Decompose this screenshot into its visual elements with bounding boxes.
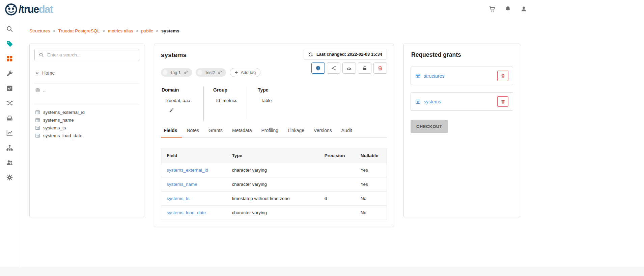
table-icon	[415, 73, 421, 79]
structure-field-item[interactable]: systems_ts	[34, 124, 139, 132]
sidebar-nav	[0, 19, 19, 267]
breadcrumb-current: systems	[161, 28, 179, 33]
field-nullable: No	[355, 192, 387, 206]
main-content: Structures>Truedat PostgreSQL>metrics al…	[19, 19, 644, 267]
tab-metadata[interactable]: Metadata	[227, 128, 256, 137]
action-buttons	[311, 62, 387, 74]
structure-field-item[interactable]: systems_external_id	[34, 108, 139, 116]
gear-icon	[6, 174, 13, 181]
column-header: Type	[227, 148, 319, 163]
field-link[interactable]: systems_name	[167, 182, 197, 187]
lock-button[interactable]	[358, 62, 371, 74]
delete-button[interactable]	[373, 62, 387, 74]
structure-search-box[interactable]	[34, 49, 139, 61]
meta-group: Group td_metrics	[203, 86, 248, 121]
table-row: systems_namecharacter varyingYes	[161, 177, 387, 192]
sidebar-item-admin[interactable]	[6, 70, 13, 78]
tab-grants[interactable]: Grants	[204, 128, 227, 137]
field-precision	[319, 163, 355, 177]
checkout-button[interactable]: CHECKOUT	[411, 120, 448, 133]
breadcrumb-separator: >	[53, 28, 56, 33]
grant-card: systems	[411, 92, 513, 111]
field-precision	[319, 206, 355, 220]
structure-field-item[interactable]: systems_load_date	[34, 132, 139, 140]
database-icon	[35, 88, 40, 93]
divider	[34, 104, 139, 104]
tag-chip[interactable]: Tag 1	[161, 68, 192, 77]
field-name: systems_external_id	[43, 110, 85, 115]
user-icon	[521, 6, 527, 12]
last-changed-chip[interactable]: Last changed: 2022-02-03 15:34	[304, 49, 387, 60]
field-precision	[319, 177, 355, 192]
add-tag-button[interactable]: Add tag	[230, 68, 260, 77]
parent-structure-link[interactable]: ..	[34, 83, 139, 97]
sidebar-item-search[interactable]	[6, 25, 13, 34]
fields-table-head-row: FieldTypePrecisionNullable	[161, 148, 387, 163]
search-icon	[39, 52, 44, 57]
type-value: Table	[258, 98, 272, 103]
field-link[interactable]: systems_ts	[167, 196, 190, 201]
sidebar-item-tags[interactable]	[6, 40, 13, 49]
breadcrumb-link[interactable]: public	[141, 28, 153, 33]
sidebar-item-users[interactable]	[6, 159, 13, 168]
edit-domain-icon[interactable]	[169, 108, 174, 113]
trash-icon	[377, 66, 383, 71]
chart-icon	[6, 129, 13, 136]
sidebar-item-taxonomy[interactable]	[6, 144, 13, 153]
sidebar-item-settings[interactable]	[6, 174, 13, 182]
tag-chip[interactable]: Test2	[196, 68, 226, 77]
gauge-icon	[346, 66, 352, 71]
field-precision: 6	[319, 192, 355, 206]
search-icon	[6, 25, 13, 32]
breadcrumb-link[interactable]: Truedat PostgreSQL	[58, 28, 100, 33]
truedat-logo[interactable]: /truedat	[5, 3, 53, 16]
topbar-icons	[489, 6, 527, 14]
domain-label: Domain	[162, 87, 194, 93]
tab-audit[interactable]: Audit	[337, 128, 357, 137]
fields-table-body: systems_external_idcharacter varyingYess…	[161, 163, 387, 220]
protection-button[interactable]	[311, 62, 325, 74]
column-header: Precision	[319, 148, 355, 163]
sidebar-item-dashboards[interactable]	[6, 129, 13, 138]
grant-link[interactable]: structures	[415, 73, 444, 79]
delete-grant-button[interactable]	[497, 71, 508, 81]
logo-text-true: /true	[19, 3, 39, 16]
quality-button[interactable]	[342, 62, 356, 74]
sidebar-item-structures[interactable]	[6, 55, 13, 64]
tab-notes[interactable]: Notes	[182, 128, 204, 137]
share-button[interactable]	[327, 62, 340, 74]
breadcrumb: Structures>Truedat PostgreSQL>metrics al…	[29, 28, 644, 33]
field-nullable: Yes	[355, 163, 387, 177]
tab-fields[interactable]: Fields	[161, 128, 182, 137]
sidebar-item-lineage[interactable]	[6, 100, 13, 108]
add-tag-label: Add tag	[241, 70, 256, 75]
tab-versions[interactable]: Versions	[309, 128, 337, 137]
user-button[interactable]	[521, 6, 527, 14]
table-row: systems_tstimestamp without time zone6No	[161, 192, 387, 206]
cart-button[interactable]	[489, 6, 495, 14]
structure-detail-panel: systems Tag 1Test2 Add tag Last c	[154, 44, 394, 227]
tab-profiling[interactable]: Profiling	[256, 128, 283, 137]
grant-label: structures	[424, 73, 444, 79]
domain-value: Truedat, aaa	[162, 98, 194, 103]
field-type: character varying	[227, 177, 319, 192]
delete-grant-button[interactable]	[497, 96, 508, 107]
structure-search-input[interactable]	[47, 52, 135, 57]
bell-button[interactable]	[505, 6, 511, 14]
field-link[interactable]: systems_external_id	[167, 168, 208, 173]
tag-remove-icon[interactable]	[197, 70, 202, 75]
sidebar-item-sources[interactable]	[6, 115, 13, 123]
sidebar-item-rules[interactable]	[6, 85, 13, 93]
tag-remove-icon[interactable]	[163, 70, 168, 75]
breadcrumb-link[interactable]: metrics alias	[108, 28, 133, 33]
field-name: systems_load_date	[43, 133, 82, 138]
field-link[interactable]: systems_load_date	[167, 210, 206, 215]
grant-link[interactable]: systems	[415, 99, 441, 104]
tab-linkage[interactable]: Linkage	[283, 128, 309, 137]
shield-icon	[315, 66, 321, 71]
structure-title: systems	[161, 51, 260, 59]
home-link[interactable]: « Home	[36, 70, 139, 76]
structure-field-item[interactable]: systems_name	[34, 116, 139, 124]
breadcrumb-link[interactable]: Structures	[29, 28, 50, 33]
drive-icon	[6, 115, 13, 122]
